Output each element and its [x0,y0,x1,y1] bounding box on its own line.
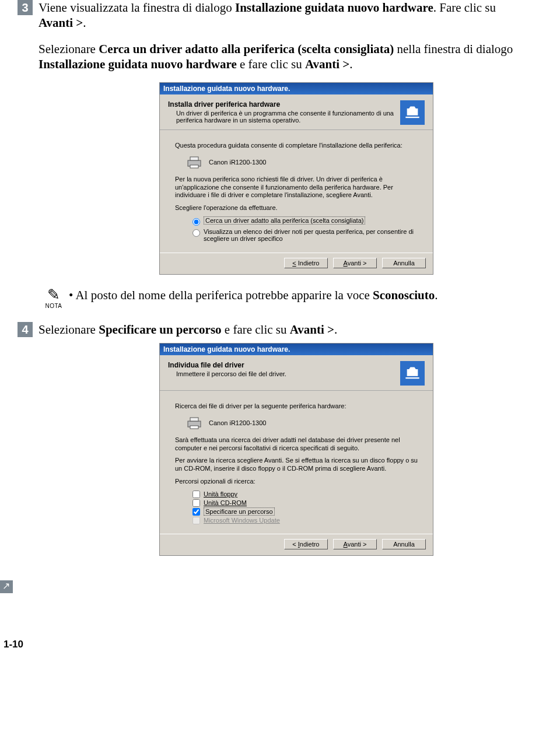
check-floppy-label: Unità floppy [204,491,237,498]
ss1-radio2-row: Visualizza un elenco dei driver noti per… [192,228,418,242]
check-specify-path[interactable] [192,508,200,516]
check-cdrom[interactable] [192,499,200,507]
page-number: 1-10 [4,639,560,650]
note-c: . [435,288,438,302]
radio-search-driver-label: Cerca un driver adatto alla periferica (… [204,217,365,224]
step-number-3: 3 [18,0,33,15]
ss1-body: Questa procedura guidata consente di com… [160,130,433,253]
radio-search-driver[interactable] [192,218,200,226]
p-g: . [349,57,352,71]
note-b: Sconosciuto [373,288,435,302]
step-4: 4 Selezionare Specificare un percorso e … [0,322,560,337]
ss2-titlebar: Installazione guidata nuovo hardware. [160,344,433,355]
step-text-4: Selezionare Specificare un percorso e fa… [38,322,560,337]
check-windows-update [192,517,200,524]
ss1-device-row: Canon iR1200-1300 [186,155,418,170]
back-button[interactable]: < < IndietroIndietro [284,258,328,268]
ss1-header-text: Installa driver periferica hardware Un d… [168,100,396,124]
page-content: 3 Viene visualizzata la finestra di dial… [0,0,560,674]
step3-text-b: Installazione guidata nuovo hardware [235,1,433,15]
check-floppy-row: Unità floppy [192,491,418,498]
ss2-line1: Ricerca dei file di driver per la seguen… [175,402,418,411]
step4-d: Avanti > [290,323,334,337]
ss2-header: Individua file del driver Immettere il p… [160,355,433,391]
ss2-device-row: Canon iR1200-1300 [186,415,418,430]
step3-text-a: Viene visualizzata la finestra di dialog… [38,1,235,15]
check-windows-update-label: Microsoft Windows Update [204,517,280,524]
svg-rect-4 [190,418,198,421]
p-a: Selezionare [38,42,99,56]
ss1-device-name: Canon iR1200-1300 [209,159,266,166]
step3-detail: Selezionare Cerca un driver adatto alla … [38,41,554,309]
ss2-line2: Sarà effettuata una ricerca dei driver a… [175,436,418,453]
note-label: NOTA [38,303,69,309]
printer-icon [186,155,203,170]
p-c: nella finestra di dialogo [394,42,513,56]
screenshot-1: Installazione guidata nuovo hardware. In… [159,82,433,275]
pencil-icon: ✎ [38,288,69,303]
check-path-row: Specificare un percorso [192,508,418,516]
wizard-device-icon-2 [400,361,425,386]
ss1-line2: Per la nuova periferica sono richiesti f… [175,176,418,199]
p-b: Cerca un driver adatto alla periferica (… [99,42,394,56]
svg-rect-5 [190,426,198,429]
ss2-device-name: Canon iR1200-1300 [209,419,266,426]
note-block: ✎ NOTA Al posto del nome della periferic… [38,288,554,309]
step-3: 3 Viene visualizzata la finestra di dial… [0,0,560,31]
radio-list-drivers[interactable] [192,229,200,237]
step-number-4: 4 [18,322,33,337]
ss1-line1: Questa procedura guidata consente di com… [175,142,418,150]
ss2-header-text: Individua file del driver Immettere il p… [168,361,396,377]
check-windows-update-row: Microsoft Windows Update [192,517,418,524]
check-cdrom-label: Unità CD-ROM [204,499,247,506]
svg-rect-2 [190,165,198,168]
step-text-3: Viene visualizzata la finestra di dialog… [38,0,560,31]
step4-detail: Installazione guidata nuovo hardware. In… [38,343,554,556]
back-button-2[interactable]: < Indietro [284,539,328,549]
step3-text-d: Avanti > [38,16,83,30]
step4-c: e fare clic su [222,323,290,337]
step3-paragraph: Selezionare Cerca un driver adatto alla … [38,41,554,72]
next-button[interactable]: Avanti > [333,258,377,268]
ss1-header: Installa driver periferica hardware Un d… [160,94,433,130]
step4-b: Specificare un percorso [99,323,221,337]
ss1-header-subtitle: Un driver di periferica è un programma c… [176,110,396,124]
ss2-line3: Per avviare la ricerca scegliere Avanti.… [175,457,418,473]
svg-rect-1 [190,157,198,160]
ss2-body: Ricerca dei file di driver per la seguen… [160,391,433,534]
step3-text-c: . Fare clic su [433,1,496,15]
ss2-line4: Percorsi opzionali di ricerca: [175,478,418,486]
next-button-2[interactable]: Avanti > [333,539,377,549]
step3-text-e: . [83,16,86,30]
ss1-footer: < < IndietroIndietro Avanti > Annulla [160,253,433,274]
wizard-device-icon [400,100,425,125]
note-text: Al posto del nome della periferica potre… [69,288,438,303]
check-floppy[interactable] [192,491,200,498]
printer-icon-2 [186,415,203,430]
check-path-label: Specificare un percorso [204,508,275,515]
corner-link-icon [0,580,13,593]
note-icon-column: ✎ NOTA [38,288,69,309]
step4-a: Selezionare [38,323,99,337]
cancel-button[interactable]: Annulla [382,258,426,268]
ss1-titlebar: Installazione guidata nuovo hardware. [160,83,433,94]
radio-list-drivers-label: Visualizza un elenco dei driver noti per… [204,228,418,242]
ss2-header-subtitle: Immettere il percorso dei file del drive… [176,370,396,377]
cancel-button-2[interactable]: Annulla [382,539,426,549]
ss1-radio1-row: Cerca un driver adatto alla periferica (… [192,217,418,226]
screenshot-2: Installazione guidata nuovo hardware. In… [159,343,433,556]
p-d: Installazione guidata nuovo hardware [38,57,237,71]
ss2-header-title: Individua file del driver [168,361,396,369]
ss1-line3: Scegliere l'operazione da effettuare. [175,204,418,212]
note-a: Al posto del nome della periferica potre… [75,288,373,302]
step4-e: . [334,323,337,337]
check-cdrom-row: Unità CD-ROM [192,499,418,507]
p-e: e fare clic su [237,57,305,71]
p-f: Avanti > [305,57,349,71]
ss2-footer: < Indietro Avanti > Annulla [160,534,433,555]
ss1-header-title: Installa driver periferica hardware [168,100,396,108]
